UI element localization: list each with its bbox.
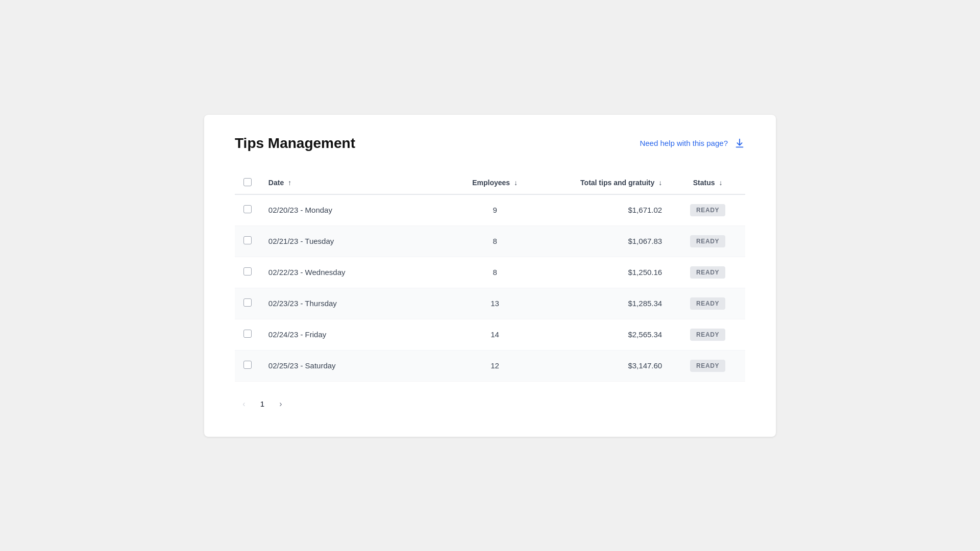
row-tips: $2,565.34 xyxy=(545,319,670,350)
table-body: 02/20/23 - Monday 9 $1,671.02 READY 02/2… xyxy=(235,194,745,382)
row-checkbox[interactable] xyxy=(243,330,252,338)
row-date: 02/20/23 - Monday xyxy=(260,194,445,226)
row-checkbox[interactable] xyxy=(243,236,252,244)
header-row: Date ↑ Employees ↓ Total tips and gratui… xyxy=(235,172,745,194)
row-status: READY xyxy=(670,226,745,257)
row-status: READY xyxy=(670,194,745,226)
download-svg xyxy=(734,138,745,149)
header-tips[interactable]: Total tips and gratuity ↓ xyxy=(545,172,670,194)
row-date: 02/23/23 - Thursday xyxy=(260,288,445,319)
help-link[interactable]: Need help with this page? xyxy=(640,139,728,147)
header-actions: Need help with this page? xyxy=(640,138,745,149)
row-status: READY xyxy=(670,350,745,381)
table-row: 02/24/23 - Friday 14 $2,565.34 READY xyxy=(235,319,745,350)
status-badge: READY xyxy=(690,266,725,279)
row-employees: 8 xyxy=(445,226,545,257)
row-employees: 9 xyxy=(445,194,545,226)
date-sort-icon: ↑ xyxy=(288,179,291,187)
row-date: 02/25/23 - Saturday xyxy=(260,350,445,381)
status-badge: READY xyxy=(690,360,725,372)
status-label: Status xyxy=(693,179,715,187)
next-page-button[interactable]: › xyxy=(274,397,288,411)
table-row: 02/21/23 - Tuesday 8 $1,067.83 READY xyxy=(235,226,745,257)
page-header: Tips Management Need help with this page… xyxy=(235,135,745,152)
row-checkbox[interactable] xyxy=(243,205,252,213)
tips-label: Total tips and gratuity xyxy=(580,179,654,187)
header-status[interactable]: Status ↓ xyxy=(670,172,745,194)
row-tips: $1,250.16 xyxy=(545,257,670,288)
row-checkbox-cell xyxy=(235,257,260,288)
table-row: 02/22/23 - Wednesday 8 $1,250.16 READY xyxy=(235,257,745,288)
table-header: Date ↑ Employees ↓ Total tips and gratui… xyxy=(235,172,745,194)
row-tips: $1,067.83 xyxy=(545,226,670,257)
header-date[interactable]: Date ↑ xyxy=(260,172,445,194)
table-row: 02/25/23 - Saturday 12 $3,147.60 READY xyxy=(235,350,745,381)
row-date: 02/24/23 - Friday xyxy=(260,319,445,350)
status-badge: READY xyxy=(690,329,725,341)
row-employees: 12 xyxy=(445,350,545,381)
pagination: ‹ 1 › xyxy=(235,397,745,411)
row-checkbox-cell xyxy=(235,288,260,319)
row-checkbox[interactable] xyxy=(243,267,252,276)
row-checkbox[interactable] xyxy=(243,361,252,369)
status-badge: READY xyxy=(690,204,725,216)
status-badge: READY xyxy=(690,235,725,247)
table-row: 02/20/23 - Monday 9 $1,671.02 READY xyxy=(235,194,745,226)
prev-page-button[interactable]: ‹ xyxy=(237,397,251,411)
row-status: READY xyxy=(670,319,745,350)
current-page: 1 xyxy=(255,397,270,411)
row-tips: $1,285.34 xyxy=(545,288,670,319)
employees-sort-icon: ↓ xyxy=(514,179,518,187)
row-employees: 8 xyxy=(445,257,545,288)
status-badge: READY xyxy=(690,297,725,310)
page-title: Tips Management xyxy=(235,135,355,152)
status-sort-icon: ↓ xyxy=(719,179,722,187)
download-icon[interactable] xyxy=(734,138,745,149)
row-tips: $3,147.60 xyxy=(545,350,670,381)
tips-table: Date ↑ Employees ↓ Total tips and gratui… xyxy=(235,172,745,382)
header-employees[interactable]: Employees ↓ xyxy=(445,172,545,194)
table-row: 02/23/23 - Thursday 13 $1,285.34 READY xyxy=(235,288,745,319)
row-checkbox-cell xyxy=(235,350,260,381)
row-tips: $1,671.02 xyxy=(545,194,670,226)
row-status: READY xyxy=(670,257,745,288)
date-label: Date xyxy=(268,179,284,187)
row-checkbox-cell xyxy=(235,319,260,350)
row-employees: 14 xyxy=(445,319,545,350)
row-date: 02/21/23 - Tuesday xyxy=(260,226,445,257)
row-checkbox-cell xyxy=(235,194,260,226)
row-checkbox-cell xyxy=(235,226,260,257)
row-employees: 13 xyxy=(445,288,545,319)
select-all-checkbox[interactable] xyxy=(243,178,252,186)
row-checkbox[interactable] xyxy=(243,298,252,307)
employees-label: Employees xyxy=(472,179,510,187)
header-checkbox-cell xyxy=(235,172,260,194)
row-status: READY xyxy=(670,288,745,319)
row-date: 02/22/23 - Wednesday xyxy=(260,257,445,288)
main-card: Tips Management Need help with this page… xyxy=(204,115,776,437)
tips-sort-icon: ↓ xyxy=(658,179,662,187)
